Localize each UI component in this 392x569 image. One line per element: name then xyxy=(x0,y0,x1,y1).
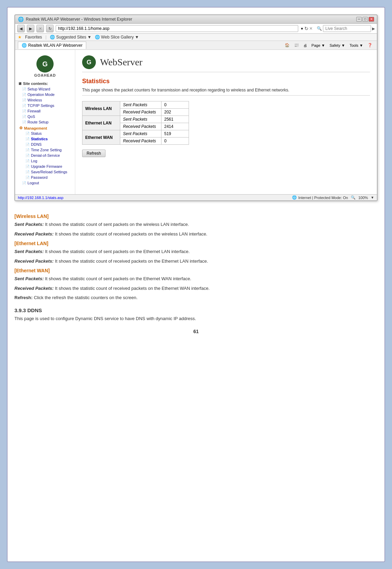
close-button[interactable]: ✕ xyxy=(369,17,374,22)
help-icon[interactable]: ❓ xyxy=(366,42,374,48)
sidebar-item-operation-mode[interactable]: 📄 Operation Mode xyxy=(15,92,75,97)
browser-title: 🌐 Realtek WLAN AP Webserver - Windows In… xyxy=(18,17,132,22)
toolbar-icons: 🏠 📰 🖨 Page ▼ Safety ▼ Tools ▼ ❓ xyxy=(283,42,374,48)
print-icon[interactable]: 🖨 xyxy=(302,43,309,48)
browser-tab[interactable]: 🌐 Realtek WLAN AP Webserver xyxy=(18,42,86,49)
zoom-icon: 🔍 xyxy=(351,195,356,200)
sidebar-item-timezone[interactable]: 📄 Time Zone Setting xyxy=(15,147,75,153)
doc-section: [Wireless LAN] Sent Packets: It shows th… xyxy=(14,207,378,337)
sidebar-item-tcpip[interactable]: 📄 TCP/IP Settings xyxy=(15,103,75,108)
tools-menu[interactable]: Tools ▼ xyxy=(348,43,365,48)
sidebar-management[interactable]: ⚙ Management xyxy=(15,125,75,131)
back-button[interactable]: ◀ xyxy=(17,25,25,32)
sidebar-item-log[interactable]: 📄 Log xyxy=(15,158,75,164)
sidebar-item-wireless[interactable]: 📄 Wireless xyxy=(15,97,75,103)
page-menu[interactable]: Page ▼ xyxy=(310,43,327,48)
log-label: Log xyxy=(31,159,37,163)
firewall-label: Firewall xyxy=(27,109,41,113)
sidebar-item-savereload[interactable]: 📄 Save/Reload Settings xyxy=(15,169,75,175)
browser-statusbar: http://192.168.1.1/stats.asp 🌐 Internet … xyxy=(15,194,377,200)
sidebar-item-setup-wizard[interactable]: 📄 Setup Wizard xyxy=(15,86,75,92)
zone-icon: 🌐 xyxy=(292,195,297,200)
dos-label: Denial-of-Service xyxy=(31,153,60,157)
address-dropdown-icon[interactable]: ▼ xyxy=(300,27,304,31)
page-icon-route: 📄 xyxy=(22,120,26,124)
elan-sent-desc: It shows the statistic count of sent pac… xyxy=(45,249,190,254)
page-icon-logout: 📄 xyxy=(22,181,26,185)
wlan-sent-desc: It shows the statistic count of sent pac… xyxy=(45,222,189,227)
table-row-elan-sent: Ethernet LAN Sent Packets 2561 xyxy=(82,116,189,123)
suggested-sites[interactable]: 🌐 Suggested Sites ▼ xyxy=(50,35,91,40)
home-icon[interactable]: 🏠 xyxy=(283,42,291,48)
safety-menu[interactable]: Safety ▼ xyxy=(328,43,347,48)
status-right: 🌐 Internet | Protected Mode: On 🔍 100% ▼ xyxy=(292,195,374,200)
wlan-sent-para: Sent Packets: It shows the statistic cou… xyxy=(14,221,378,228)
minimize-button[interactable]: ─ xyxy=(356,17,362,22)
wlan-sent-term: Sent Packets: xyxy=(14,222,44,227)
qos-label: QoS xyxy=(27,114,35,119)
search-icon: 🔍 xyxy=(317,26,322,31)
page-icon-save: 📄 xyxy=(25,170,30,174)
page-icon-status: 📄 xyxy=(25,132,30,135)
status-url: http://192.168.1.1/stats.asp xyxy=(18,196,64,200)
web-slice[interactable]: 🌐 Web Slice Gallery ▼ xyxy=(95,35,139,40)
browser-titlebar: 🌐 Realtek WLAN AP Webserver - Windows In… xyxy=(15,15,377,24)
sidebar-item-firewall[interactable]: 📄 Firewall xyxy=(15,108,75,114)
operation-mode-label: Operation Mode xyxy=(27,92,55,97)
stats-table: Wireless LAN Sent Packets 0 Received Pac… xyxy=(82,101,189,145)
address-input[interactable] xyxy=(56,25,298,32)
star-icon: ★ xyxy=(18,35,22,40)
wlan-recv-term: Received Packets: xyxy=(14,231,54,237)
wlan-recv-label: Received Packets xyxy=(120,109,161,116)
sidebar-item-ddns[interactable]: 📄 DDNS xyxy=(15,142,75,147)
logout-label: Logout xyxy=(27,181,39,185)
page-icon-upgrade: 📄 xyxy=(25,165,30,168)
elan-section-label: Ethernet LAN xyxy=(82,116,120,130)
refresh-nav-button[interactable]: ↻ xyxy=(46,25,54,32)
wlan-recv-value: 202 xyxy=(161,109,189,116)
ie-icon: 🌐 xyxy=(18,17,24,22)
address-stop-icon[interactable]: ✕ xyxy=(309,26,313,31)
rss-icon[interactable]: 📰 xyxy=(292,42,301,48)
slice-icon: 🌐 xyxy=(95,35,100,40)
search-submit-icon[interactable]: ▶ xyxy=(372,26,375,31)
page-icon-ddns: 📄 xyxy=(25,143,30,146)
sidebar-item-status[interactable]: 📄 Status xyxy=(15,131,75,136)
favorites-label[interactable]: Favorites xyxy=(25,35,42,40)
tcpip-label: TCP/IP Settings xyxy=(27,103,54,108)
zoom-dropdown-icon[interactable]: ▼ xyxy=(371,196,374,199)
sidebar-logo: G GOAHEAD xyxy=(15,53,75,80)
table-row-ewan-sent: Ethernet WAN Sent Packets 519 xyxy=(82,130,189,138)
refresh-button[interactable]: Refresh xyxy=(82,150,105,157)
search-input[interactable] xyxy=(323,25,371,32)
title-text: Realtek WLAN AP Webserver - Windows Inte… xyxy=(26,17,132,22)
address-refresh-icon[interactable]: ↻ xyxy=(304,26,309,31)
forward-button[interactable]: ▶ xyxy=(27,25,34,32)
ewan-recv-term: Received Packets: xyxy=(14,286,54,291)
status-label: Status xyxy=(31,131,42,135)
elan-recv-desc: It shows the statistic count of received… xyxy=(55,259,208,264)
sidebar-item-logout[interactable]: 📄 Logout xyxy=(15,180,75,186)
window-controls: ─ □ ✕ xyxy=(356,17,374,22)
wlan-sent-label: Sent Packets xyxy=(120,101,161,109)
sidebar-item-dos[interactable]: 📄 Denial-of-Service xyxy=(15,153,75,158)
sidebar-item-route-setup[interactable]: 📄 Route Setup xyxy=(15,119,75,125)
stop-button[interactable]: ✕ xyxy=(36,25,44,32)
sidebar-item-qos[interactable]: 📄 QoS xyxy=(15,114,75,119)
tab-label: Realtek WLAN AP Webserver xyxy=(28,43,82,48)
tab-icon: 🌐 xyxy=(22,43,27,48)
sidebar-item-password[interactable]: 📄 Password xyxy=(15,175,75,180)
ewan-recv-desc: It shows the statistic count of received… xyxy=(55,286,210,291)
timezone-label: Time Zone Setting xyxy=(31,148,61,152)
refresh-term: Refresh: xyxy=(14,295,33,300)
goahead-icon: G xyxy=(82,55,96,69)
elan-sent-term: Sent Packets: xyxy=(14,249,44,254)
browser-content: G GOAHEAD 🖥 Site contents: 📄 Setup Wizar… xyxy=(15,50,377,194)
savereload-label: Save/Reload Settings xyxy=(31,170,67,174)
sidebar-item-statistics[interactable]: 📄 Statistics xyxy=(15,136,75,142)
page-icon-op: 📄 xyxy=(22,93,26,97)
page-icon-wireless: 📄 xyxy=(22,98,26,102)
sidebar-item-upgrade[interactable]: 📄 Upgrade Firmware xyxy=(15,164,75,169)
maximize-button[interactable]: □ xyxy=(362,17,368,22)
sidebar: G GOAHEAD 🖥 Site contents: 📄 Setup Wizar… xyxy=(15,50,75,194)
